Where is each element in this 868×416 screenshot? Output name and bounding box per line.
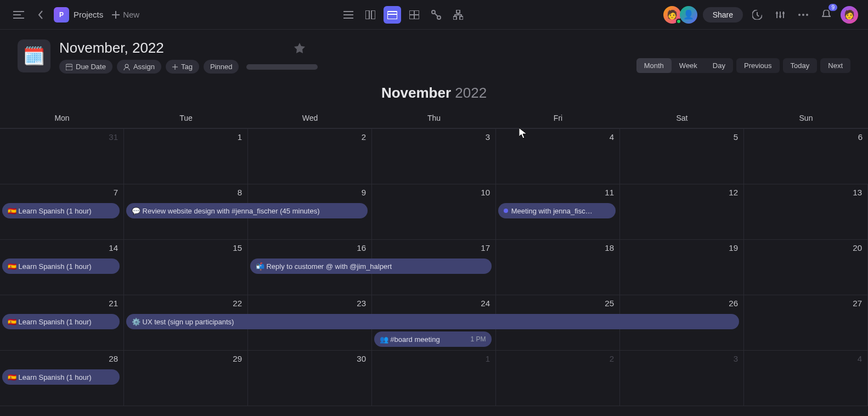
settings-icon[interactable] xyxy=(771,6,789,24)
day-cell[interactable]: 3 xyxy=(372,129,496,184)
pinned-button[interactable]: Pinned xyxy=(204,60,239,74)
day-cell[interactable]: 1 xyxy=(124,129,248,184)
event-spanish[interactable]: 🇪🇸 Learn Spanish (1 hour) xyxy=(2,203,120,218)
event-color-dot xyxy=(504,209,508,213)
star-icon[interactable] xyxy=(294,42,306,54)
day-number: 31 xyxy=(5,132,118,142)
activity-icon[interactable] xyxy=(748,6,766,24)
back-icon[interactable] xyxy=(32,6,49,24)
day-cell[interactable]: 4 xyxy=(496,129,620,184)
weekday-header: Mon xyxy=(0,108,124,128)
notifications-icon[interactable]: 9 xyxy=(818,6,835,24)
next-button[interactable]: Next xyxy=(820,58,850,73)
day-number: 10 xyxy=(377,188,490,197)
day-number: 11 xyxy=(501,188,614,197)
graph-view-icon[interactable] xyxy=(427,6,445,24)
pinned-label: Pinned xyxy=(210,63,232,71)
event-spanish[interactable]: 🇪🇸 Learn Spanish (1 hour) xyxy=(2,314,120,329)
day-button[interactable]: Day xyxy=(705,58,733,73)
calendar-icon xyxy=(66,64,72,70)
due-date-button[interactable]: Due Date xyxy=(59,60,112,74)
previous-button[interactable]: Previous xyxy=(736,58,780,73)
day-number: 23 xyxy=(253,299,366,308)
page-title[interactable]: November, 2022 xyxy=(59,40,164,57)
day-cell[interactable]: 5 xyxy=(620,129,744,184)
day-cell[interactable]: 30 xyxy=(248,351,372,406)
new-button[interactable]: New xyxy=(108,8,144,21)
day-number: 15 xyxy=(129,243,242,252)
svg-rect-1 xyxy=(371,10,375,19)
day-number: 13 xyxy=(749,188,862,197)
day-cell[interactable]: 19 xyxy=(620,240,744,295)
page-icon[interactable]: 🗓️ xyxy=(18,40,50,72)
svg-point-11 xyxy=(782,12,785,14)
day-number: 2 xyxy=(253,132,366,142)
svg-rect-6 xyxy=(456,10,460,13)
day-number: 7 xyxy=(5,188,118,197)
event-spanish[interactable]: 🇪🇸 Learn Spanish (1 hour) xyxy=(2,369,120,385)
day-cell[interactable]: 15 xyxy=(124,240,248,295)
projects-link[interactable]: Projects xyxy=(74,10,103,19)
day-cell[interactable]: 10 xyxy=(372,184,496,239)
event-board-meeting[interactable]: 👥 #board meeting 1 PM xyxy=(374,331,492,347)
more-icon[interactable] xyxy=(794,6,812,24)
day-number: 1 xyxy=(377,354,490,363)
day-cell[interactable]: 2 xyxy=(496,351,620,406)
day-cell[interactable]: 6 xyxy=(744,129,868,184)
day-number: 21 xyxy=(5,299,118,308)
svg-point-12 xyxy=(798,14,801,16)
event-ux-test[interactable]: ⚙️ UX test (sign up participants) xyxy=(126,314,740,329)
svg-point-13 xyxy=(802,14,804,16)
day-cell[interactable]: 3 xyxy=(620,351,744,406)
svg-rect-15 xyxy=(66,64,72,70)
event-reply[interactable]: 📬 Reply to customer @ with @jim_halpert xyxy=(250,258,492,274)
day-number: 17 xyxy=(377,243,490,252)
day-cell[interactable]: 20 xyxy=(744,240,868,295)
svg-point-9 xyxy=(776,12,778,14)
board-view-icon[interactable] xyxy=(362,6,379,24)
day-cell[interactable]: 1 xyxy=(372,351,496,406)
avatar-user-1[interactable]: 🧑 xyxy=(663,6,681,24)
tag-label: Tag xyxy=(181,63,193,71)
day-number: 18 xyxy=(501,243,614,252)
event-meeting[interactable]: Meeting with jenna_fisc… xyxy=(498,203,616,218)
share-button[interactable]: Share xyxy=(703,7,743,23)
list-view-icon[interactable] xyxy=(340,6,357,24)
day-number: 29 xyxy=(129,354,242,363)
projects-badge[interactable]: P xyxy=(54,7,69,23)
day-cell[interactable]: 4 xyxy=(744,351,868,406)
event-review[interactable]: 💬 Review website design with #jenna_fisc… xyxy=(126,203,368,218)
day-cell[interactable]: 18 xyxy=(496,240,620,295)
day-number: 3 xyxy=(377,132,490,142)
new-label: New xyxy=(123,10,139,19)
day-number: 30 xyxy=(253,354,366,363)
avatar-current-user[interactable]: 🧑 xyxy=(841,6,858,24)
day-cell[interactable]: 12 xyxy=(620,184,744,239)
month-button[interactable]: Month xyxy=(636,58,672,73)
event-label: Meeting with jenna_fisc… xyxy=(511,207,593,215)
day-number: 27 xyxy=(749,299,862,308)
day-cell[interactable]: 13 xyxy=(744,184,868,239)
event-spanish[interactable]: 🇪🇸 Learn Spanish (1 hour) xyxy=(2,258,120,274)
calendar-view-icon[interactable] xyxy=(384,6,401,24)
day-number: 1 xyxy=(129,132,242,142)
tag-button[interactable]: Tag xyxy=(166,60,199,74)
property-placeholder[interactable] xyxy=(246,64,318,70)
svg-rect-0 xyxy=(365,10,369,19)
avatar-user-2[interactable]: 👤 xyxy=(680,6,697,24)
day-cell[interactable]: 31 xyxy=(0,129,124,184)
sitemap-view-icon[interactable] xyxy=(449,6,467,24)
day-cell[interactable]: 29 xyxy=(124,351,248,406)
day-cell[interactable]: 27 xyxy=(744,295,868,350)
week-button[interactable]: Week xyxy=(672,58,705,73)
assign-button[interactable]: Assign xyxy=(117,60,161,74)
table-view-icon[interactable] xyxy=(405,6,423,24)
weekday-header: Fri xyxy=(496,108,620,128)
svg-point-10 xyxy=(779,15,781,18)
due-date-label: Due Date xyxy=(76,63,106,71)
today-button[interactable]: Today xyxy=(783,58,818,73)
day-cell[interactable]: 2 xyxy=(248,129,372,184)
day-number: 8 xyxy=(129,188,242,197)
menu-icon[interactable] xyxy=(10,6,27,24)
weekday-header: Wed xyxy=(248,108,372,128)
